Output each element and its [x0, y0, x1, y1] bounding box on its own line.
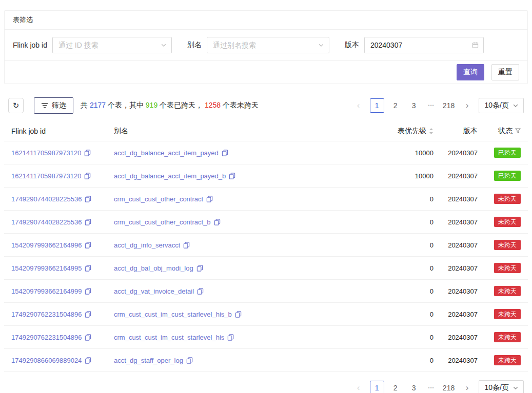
flink-job-id-link[interactable]: 1749290744028225536 [11, 195, 82, 203]
page-button-1[interactable]: 1 [370, 98, 384, 113]
chevron-down-icon [513, 102, 519, 109]
flink-job-id-link[interactable]: 1621411705987973120 [11, 172, 81, 180]
page-button-218[interactable]: 218 [442, 98, 456, 113]
copy-icon[interactable] [85, 196, 91, 202]
copy-icon[interactable] [85, 265, 91, 272]
copy-icon[interactable] [85, 242, 91, 249]
page-button-3[interactable]: 3 [407, 98, 421, 113]
copy-icon[interactable] [227, 334, 234, 341]
alias-link[interactable]: crm_cust_cust_other_contract [114, 195, 203, 203]
table-row: 1749290762231504896 crm_cust_cust_im_cus… [4, 326, 528, 349]
copy-icon[interactable] [206, 196, 213, 202]
flink-job-id-input[interactable] [58, 41, 156, 49]
alias-link[interactable]: crm_cust_cust_im_cust_starlevel_his_b [114, 311, 232, 318]
page-size-select[interactable]: 10条/页 [479, 98, 524, 113]
refresh-button[interactable]: ↻ [8, 98, 24, 113]
alias-link[interactable]: acct_dg_balance_acct_item_payed_b [114, 172, 226, 180]
flink-job-id-link[interactable]: 1749290866069889024 [11, 357, 82, 364]
version-cell: 20240307 [434, 172, 478, 180]
flink-job-id-link[interactable]: 1621411705987973120 [11, 149, 81, 157]
flink-job-id-label: Flink job id [13, 41, 47, 49]
summary-part4: 个表未跨天 [221, 101, 259, 109]
copy-icon[interactable] [183, 242, 190, 249]
next-page-button[interactable]: › [460, 381, 475, 393]
filter-row: Flink job id 别名 版本 [5, 30, 527, 61]
version-cell: 20240307 [434, 311, 478, 318]
version-field: 版本 [345, 37, 484, 53]
page-button-2[interactable]: 2 [388, 381, 403, 393]
status-badge: 已跨天 [494, 148, 521, 158]
copy-icon[interactable] [85, 334, 91, 341]
page-button-3[interactable]: 3 [407, 381, 421, 393]
alias-link[interactable]: crm_cust_cust_other_contract_b [114, 218, 211, 226]
alias-link[interactable]: crm_cust_cust_im_cust_starlevel_his [114, 334, 224, 341]
table-row: 1542097993662164996 acct_dg_info_servacc… [4, 234, 528, 257]
flink-job-id-select[interactable] [52, 37, 172, 53]
flink-job-id-link[interactable]: 1542097993662164995 [11, 264, 82, 272]
header-flink-job-id: Flink job id [11, 127, 114, 135]
page-button-218[interactable]: 218 [442, 381, 456, 393]
filter-toggle-button[interactable]: 筛选 [34, 97, 73, 114]
alias-label: 别名 [187, 40, 202, 50]
copy-icon[interactable] [235, 311, 242, 318]
summary-text: 共 2177 个表，其中 919 个表已跨天， 1258 个表未跨天 [81, 101, 259, 110]
flink-job-id-field: Flink job id [13, 37, 172, 53]
page-size-select[interactable]: 10条/页 [479, 380, 524, 393]
alias-link[interactable]: acct_dg_staff_oper_log [114, 357, 183, 364]
page-size-label: 10条/页 [485, 383, 509, 392]
alias-input[interactable] [213, 41, 313, 49]
copy-icon[interactable] [84, 150, 91, 156]
priority-cell: 10000 [372, 149, 434, 157]
alias-link[interactable]: acct_dg_balance_acct_item_payed [114, 149, 219, 157]
flink-job-id-link[interactable]: 1749290762231504896 [11, 334, 82, 341]
flink-job-id-link[interactable]: 1542097993662164999 [11, 287, 82, 295]
copy-icon[interactable] [196, 265, 203, 272]
status-badge: 未跨天 [494, 240, 521, 250]
page-button-1[interactable]: 1 [370, 381, 384, 393]
priority-cell: 0 [372, 334, 434, 341]
flink-job-id-link[interactable]: 1749290762231504896 [11, 311, 82, 318]
summary-part1: 共 [81, 101, 90, 109]
filter-funnel-icon[interactable] [515, 128, 521, 134]
alias-select[interactable] [207, 37, 329, 53]
priority-cell: 0 [372, 287, 434, 295]
page-button-2[interactable]: 2 [388, 98, 403, 113]
copy-icon[interactable] [197, 288, 204, 295]
copy-icon[interactable] [214, 219, 221, 225]
filter-card: 表筛选 Flink job id 别名 [4, 10, 528, 84]
priority-cell: 10000 [372, 172, 434, 180]
alias-link[interactable]: acct_dg_info_servacct [114, 241, 180, 249]
header-alias: 别名 [114, 127, 372, 136]
prev-page-button[interactable]: ‹ [351, 381, 366, 393]
filter-card-title: 表筛选 [5, 11, 527, 30]
copy-icon[interactable] [85, 357, 91, 364]
chevron-down-icon [513, 385, 519, 391]
copy-icon[interactable] [85, 219, 91, 225]
version-label: 版本 [345, 40, 359, 50]
priority-cell: 0 [372, 357, 434, 364]
alias-link[interactable]: acct_dg_vat_invoice_detail [114, 287, 194, 295]
copy-icon[interactable] [84, 173, 91, 179]
sort-icon[interactable] [429, 128, 434, 135]
copy-icon[interactable] [186, 357, 193, 364]
priority-cell: 0 [372, 264, 434, 272]
flink-job-id-link[interactable]: 1542097993662164996 [11, 241, 82, 249]
copy-icon[interactable] [222, 150, 228, 156]
copy-icon[interactable] [229, 173, 235, 179]
status-badge: 未跨天 [494, 286, 521, 296]
prev-page-button[interactable]: ‹ [351, 98, 366, 113]
alias-link[interactable]: acct_dg_bal_obj_modi_log [114, 264, 193, 272]
reset-button[interactable]: 重置 [491, 64, 519, 80]
version-date-picker[interactable] [364, 37, 484, 53]
version-input[interactable] [370, 41, 468, 49]
header-priority: 表优先级 [398, 127, 426, 136]
query-button[interactable]: 查询 [457, 64, 484, 80]
copy-icon[interactable] [85, 311, 91, 318]
pagination-bottom-wrap: ‹ 1 2 3 ••• 218 › 10条/页 [8, 380, 524, 393]
flink-job-id-link[interactable]: 1749290744028225536 [11, 218, 82, 226]
copy-icon[interactable] [85, 288, 91, 295]
next-page-button[interactable]: › [460, 98, 475, 113]
table-row: 1749290866069889024 acct_dg_staff_oper_l… [4, 349, 528, 372]
header-status: 状态 [498, 127, 513, 136]
pagination-ellipsis: ••• [425, 103, 438, 108]
